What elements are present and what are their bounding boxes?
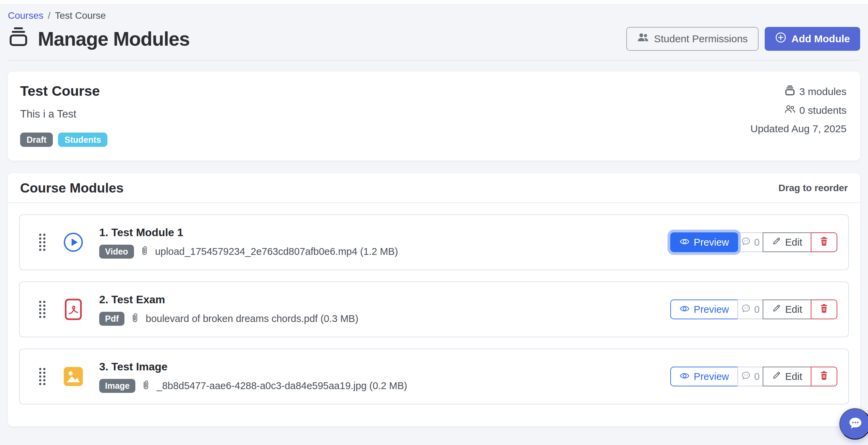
chat-dots-icon bbox=[848, 417, 862, 431]
comment-bubble-icon bbox=[741, 236, 751, 248]
course-badges: Draft Students bbox=[20, 133, 107, 147]
manage-modules-page: Courses / Test Course Manage Modules bbox=[0, 0, 868, 426]
status-badge-draft: Draft bbox=[20, 133, 53, 147]
updated-date-label: Updated Aug 7, 2025 bbox=[750, 123, 847, 135]
module-row-image: 3. Test Image Image _8b8d5477-aae6-4288-… bbox=[19, 349, 849, 404]
course-modules-card: Course Modules Drag to reorder 1. Test M… bbox=[8, 173, 860, 426]
comment-count: 0 bbox=[754, 371, 760, 382]
updated-date: Updated Aug 7, 2025 bbox=[750, 123, 847, 135]
comments-button[interactable]: 0 bbox=[737, 232, 763, 252]
module-actions: Preview 0 bbox=[670, 367, 837, 386]
module-title: 1. Test Module 1 bbox=[99, 226, 398, 239]
comment-count: 0 bbox=[754, 304, 760, 315]
course-modules-title: Course Modules bbox=[20, 181, 123, 196]
paperclip-icon bbox=[141, 380, 150, 392]
edit-label: Edit bbox=[785, 371, 802, 382]
add-module-label: Add Module bbox=[791, 33, 850, 45]
preview-label: Preview bbox=[694, 304, 729, 315]
attachment-file-name: boulevard of broken dreams chords.pdf (0… bbox=[146, 313, 358, 324]
pencil-icon bbox=[772, 371, 781, 382]
drag-handle-icon[interactable] bbox=[39, 234, 45, 251]
modules-count-stat: 3 modules bbox=[750, 85, 847, 98]
type-badge: Video bbox=[99, 245, 134, 259]
add-module-button[interactable]: Add Module bbox=[765, 27, 860, 51]
attachment-file-name: upload_1754579234_2e763cd807afb0e6.mp4 (… bbox=[155, 246, 398, 257]
video-play-icon bbox=[62, 232, 84, 252]
module-title: 2. Test Exam bbox=[99, 293, 358, 306]
edit-button[interactable]: Edit bbox=[763, 232, 811, 252]
module-info: 3. Test Image Image _8b8d5477-aae6-4288-… bbox=[99, 360, 407, 393]
preview-label: Preview bbox=[694, 237, 729, 248]
users-outline-icon bbox=[784, 104, 795, 117]
edit-button[interactable]: Edit bbox=[763, 367, 811, 386]
comments-button[interactable]: 0 bbox=[737, 367, 763, 386]
students-count-label: 0 students bbox=[799, 105, 847, 116]
delete-button[interactable] bbox=[811, 232, 837, 252]
trash-icon bbox=[820, 236, 828, 248]
pencil-icon bbox=[772, 236, 781, 248]
edit-button[interactable]: Edit bbox=[763, 300, 811, 319]
modules-count-label: 3 modules bbox=[799, 86, 847, 97]
course-info: Test Course This i a Test Draft Students bbox=[20, 83, 107, 147]
edit-label: Edit bbox=[785, 304, 802, 315]
student-permissions-label: Student Permissions bbox=[654, 33, 748, 45]
header-actions: Student Permissions Add Module bbox=[626, 27, 860, 51]
preview-button[interactable]: Preview bbox=[670, 367, 738, 386]
course-stats: 3 modules 0 students Updated Aug 7, 2025 bbox=[750, 83, 847, 147]
audience-badge-students: Students bbox=[58, 133, 107, 147]
module-actions: Preview 0 bbox=[670, 232, 837, 252]
preview-label: Preview bbox=[694, 371, 729, 382]
pencil-icon bbox=[772, 304, 781, 315]
module-list: 1. Test Module 1 Video upload_1754579234… bbox=[8, 203, 860, 404]
comment-bubble-icon bbox=[741, 371, 751, 383]
chat-fab-button[interactable] bbox=[839, 408, 868, 440]
breadcrumb-current: Test Course bbox=[55, 10, 106, 21]
header-divider bbox=[8, 60, 860, 61]
modules-stack-icon bbox=[8, 27, 29, 51]
students-count-stat: 0 students bbox=[750, 104, 847, 117]
page-header: Manage Modules Student Permissions bbox=[8, 27, 860, 51]
page-title-text: Manage Modules bbox=[38, 28, 190, 50]
image-file-icon bbox=[62, 367, 84, 386]
comments-button[interactable]: 0 bbox=[737, 300, 763, 319]
module-info: 1. Test Module 1 Video upload_1754579234… bbox=[99, 226, 398, 259]
module-title: 3. Test Image bbox=[99, 360, 407, 373]
trash-icon bbox=[820, 304, 828, 316]
page-title: Manage Modules bbox=[8, 27, 190, 51]
breadcrumb-separator: / bbox=[48, 10, 50, 21]
paperclip-icon bbox=[131, 313, 139, 324]
breadcrumb-courses-link[interactable]: Courses bbox=[8, 10, 43, 21]
modules-stack-icon-small bbox=[784, 85, 795, 98]
student-permissions-button[interactable]: Student Permissions bbox=[626, 27, 759, 51]
drag-to-reorder-hint: Drag to reorder bbox=[778, 183, 848, 194]
module-meta: Video upload_1754579234_2e763cd807afb0e6… bbox=[99, 245, 398, 259]
course-title: Test Course bbox=[20, 83, 107, 99]
preview-button[interactable]: Preview bbox=[670, 300, 738, 319]
paperclip-icon bbox=[140, 246, 149, 257]
breadcrumb: Courses / Test Course bbox=[8, 0, 860, 21]
eye-icon bbox=[679, 237, 690, 248]
course-description: This i a Test bbox=[20, 108, 107, 120]
delete-button[interactable] bbox=[811, 300, 837, 319]
type-badge: Pdf bbox=[99, 312, 124, 326]
comment-count: 0 bbox=[754, 237, 760, 248]
eye-icon bbox=[679, 371, 690, 382]
module-row-pdf: 2. Test Exam Pdf boulevard of broken dre… bbox=[19, 281, 849, 337]
module-row-video: 1. Test Module 1 Video upload_1754579234… bbox=[19, 214, 849, 270]
edit-label: Edit bbox=[785, 237, 802, 248]
course-summary-card: Test Course This i a Test Draft Students… bbox=[8, 72, 860, 160]
drag-handle-icon[interactable] bbox=[39, 301, 45, 318]
module-meta: Image _8b8d5477-aae6-4288-a0c3-da84e595a… bbox=[99, 379, 407, 393]
trash-icon bbox=[820, 371, 828, 383]
module-info: 2. Test Exam Pdf boulevard of broken dre… bbox=[99, 293, 358, 326]
attachment-file-name: _8b8d5477-aae6-4288-a0c3-da84e595aa19.jp… bbox=[156, 380, 407, 392]
preview-button[interactable]: Preview bbox=[670, 232, 738, 252]
pdf-file-icon bbox=[62, 298, 84, 320]
delete-button[interactable] bbox=[811, 367, 837, 386]
drag-handle-icon[interactable] bbox=[39, 368, 45, 385]
module-meta: Pdf boulevard of broken dreams chords.pd… bbox=[99, 312, 358, 326]
users-icon bbox=[637, 32, 649, 45]
plus-circle-icon bbox=[775, 32, 787, 46]
course-modules-header: Course Modules Drag to reorder bbox=[8, 173, 860, 203]
comment-bubble-icon bbox=[741, 304, 751, 316]
